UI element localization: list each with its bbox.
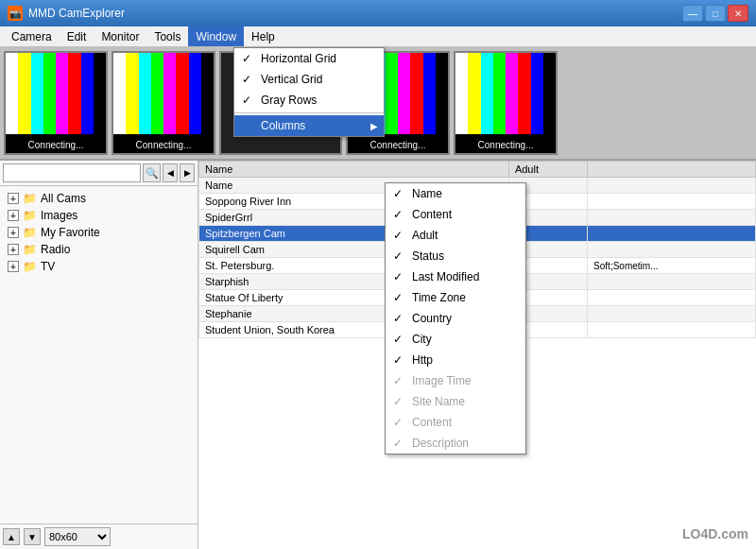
menu-tools[interactable]: Tools	[146, 26, 188, 46]
camera-label-1: Connecting...	[6, 139, 106, 151]
camera-label-5: Connecting...	[455, 139, 556, 151]
tree-label-tv: TV	[41, 260, 55, 273]
submenu-label-adult: Adult	[412, 229, 438, 242]
submenu-label-city: City	[412, 333, 432, 346]
check-description: ✓	[393, 437, 403, 450]
tree-expand-tv[interactable]: +	[8, 261, 19, 272]
columns-submenu: ✓ Name ✓ Content ✓ Adult ✓ Status ✓ Last…	[385, 182, 526, 455]
submenu-item-content[interactable]: ✓ Content	[386, 204, 525, 225]
menu-window[interactable]: Window	[188, 26, 244, 46]
window-controls: — □ ✕	[682, 5, 748, 22]
submenu-label-last-modified: Last Modified	[412, 270, 479, 283]
check-adult: ✓	[393, 229, 403, 242]
submenu-arrow-icon: ▶	[370, 121, 378, 131]
menu-bar: Camera Edit Monitor Tools Window Help	[0, 26, 756, 47]
menu-item-columns[interactable]: Columns ▶	[234, 115, 384, 136]
scroll-up-button[interactable]: ▲	[3, 528, 20, 545]
submenu-label-site-name: Site Name	[412, 395, 465, 408]
scroll-down-button[interactable]: ▼	[24, 528, 41, 545]
bottom-panel: 🔍 ◀ ▶ + 📁 All Cams + 📁 Images + 📁	[0, 161, 756, 549]
menu-item-vertical-grid[interactable]: ✓ Vertical Grid	[234, 69, 384, 90]
submenu-item-http[interactable]: ✓ Http	[386, 350, 525, 370]
submenu-item-adult[interactable]: ✓ Adult	[386, 225, 525, 246]
check-site-name: ✓	[393, 395, 403, 408]
check-time-zone: ✓	[393, 291, 403, 304]
check-name: ✓	[393, 187, 403, 200]
title-bar: 📷 MMD CamExplorer — □ ✕	[0, 0, 756, 26]
submenu-item-site-name[interactable]: ✓ Site Name	[386, 391, 525, 412]
check-status: ✓	[393, 249, 403, 263]
col-header-adult[interactable]: Adult	[508, 162, 587, 178]
submenu-item-name[interactable]: ✓ Name	[386, 183, 525, 204]
check-http: ✓	[393, 353, 403, 367]
app-title: MMD CamExplorer	[28, 7, 125, 20]
window-menu-dropdown: ✓ Horizontal Grid ✓ Vertical Grid ✓ Gray…	[233, 47, 385, 137]
camera-thumb-1[interactable]: Connecting...	[4, 51, 108, 155]
camera-label-2: Connecting...	[113, 139, 214, 151]
tree-expand-allcams[interactable]: +	[8, 193, 19, 204]
bottom-controls: ▲ ▼ 80x60 160x120 320x240	[0, 523, 198, 549]
check-vertical-grid: ✓	[242, 73, 251, 86]
tree-view: + 📁 All Cams + 📁 Images + 📁 My Favorite …	[0, 186, 198, 523]
maximize-button[interactable]: □	[705, 5, 726, 22]
check-image-time: ✓	[393, 374, 403, 387]
check-content2: ✓	[393, 416, 403, 429]
menu-monitor[interactable]: Monitor	[94, 26, 146, 46]
tree-item-myfavorite[interactable]: + 📁 My Favorite	[4, 224, 194, 241]
close-button[interactable]: ✕	[728, 5, 748, 22]
submenu-label-http: Http	[412, 353, 433, 367]
submenu-label-description: Description	[412, 437, 469, 450]
check-content: ✓	[393, 208, 403, 221]
submenu-item-content2[interactable]: ✓ Content	[386, 412, 525, 433]
submenu-item-description[interactable]: ✓ Description	[386, 433, 525, 454]
menu-camera[interactable]: Camera	[4, 26, 60, 46]
submenu-label-content: Content	[412, 208, 452, 221]
tree-item-allcams[interactable]: + 📁 All Cams	[4, 190, 194, 207]
col-header-last-modified[interactable]	[588, 162, 756, 178]
tree-label-radio: Radio	[41, 243, 70, 256]
tree-item-images[interactable]: + 📁 Images	[4, 207, 194, 224]
tree-label-allcams: All Cams	[41, 192, 86, 205]
tree-expand-myfavorite[interactable]: +	[8, 227, 19, 238]
minimize-button[interactable]: —	[682, 5, 703, 22]
submenu-item-image-time[interactable]: ✓ Image Time	[386, 370, 525, 391]
search-button[interactable]: 🔍	[143, 163, 161, 182]
menu-help[interactable]: Help	[244, 26, 283, 46]
nav-prev-button[interactable]: ◀	[163, 163, 178, 182]
app-icon: 📷	[8, 6, 23, 21]
menu-item-gray-rows[interactable]: ✓ Gray Rows	[234, 90, 384, 111]
search-bar: 🔍 ◀ ▶	[0, 161, 198, 186]
submenu-item-last-modified[interactable]: ✓ Last Modified	[386, 266, 525, 287]
check-city: ✓	[393, 333, 403, 346]
nav-next-button[interactable]: ▶	[180, 163, 195, 182]
submenu-item-country[interactable]: ✓ Country	[386, 308, 525, 329]
menu-item-horizontal-grid[interactable]: ✓ Horizontal Grid	[234, 48, 384, 69]
submenu-item-time-zone[interactable]: ✓ Time Zone	[386, 287, 525, 308]
menu-edit[interactable]: Edit	[60, 26, 94, 46]
tree-item-tv[interactable]: + 📁 TV	[4, 258, 194, 275]
submenu-label-content2: Content	[412, 416, 452, 429]
check-country: ✓	[393, 312, 403, 325]
tree-label-images: Images	[41, 209, 77, 222]
tree-expand-images[interactable]: +	[8, 210, 19, 221]
menu-label-gray-rows: Gray Rows	[261, 94, 317, 107]
camera-thumb-2[interactable]: Connecting...	[112, 51, 215, 155]
tree-item-radio[interactable]: + 📁 Radio	[4, 241, 194, 258]
submenu-item-status[interactable]: ✓ Status	[386, 246, 525, 266]
col-header-name[interactable]: Name	[199, 162, 509, 178]
watermark: LO4D.com	[682, 526, 748, 541]
search-input[interactable]	[3, 163, 141, 182]
camera-thumb-5[interactable]: Connecting...	[454, 51, 558, 155]
tree-label-myfavorite: My Favorite	[41, 226, 100, 239]
menu-label-horizontal-grid: Horizontal Grid	[261, 52, 336, 65]
menu-label-vertical-grid: Vertical Grid	[261, 73, 322, 86]
check-gray-rows: ✓	[242, 94, 251, 107]
camera-label-4: Connecting...	[348, 139, 448, 151]
submenu-item-city[interactable]: ✓ City	[386, 329, 525, 350]
menu-label-columns: Columns	[261, 119, 305, 132]
submenu-label-country: Country	[412, 312, 452, 325]
submenu-label-status: Status	[412, 249, 444, 263]
size-select[interactable]: 80x60 160x120 320x240	[44, 527, 111, 546]
check-horizontal-grid: ✓	[242, 52, 251, 65]
tree-expand-radio[interactable]: +	[8, 244, 19, 255]
